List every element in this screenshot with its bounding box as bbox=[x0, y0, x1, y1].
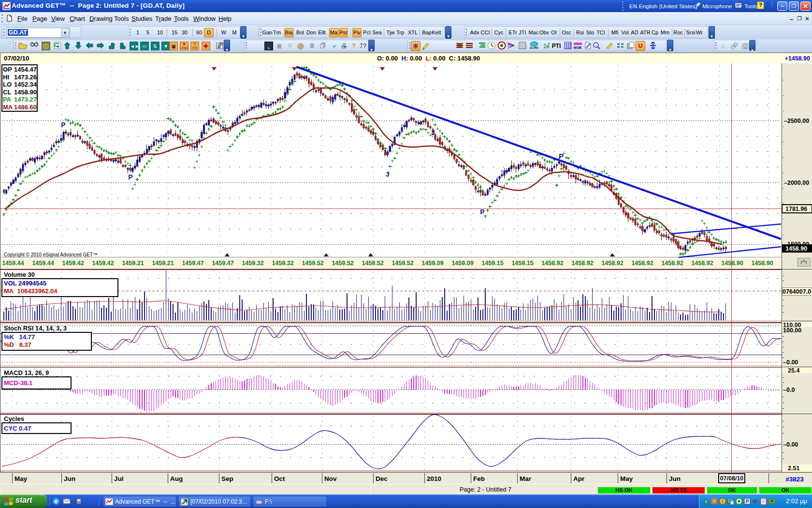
svg-text:MCD-38.1: MCD-38.1 bbox=[4, 379, 32, 387]
svg-text:1459.32: 1459.32 bbox=[272, 260, 293, 267]
svg-text:–0.00: –0.00 bbox=[783, 359, 798, 366]
svg-text:1459.52: 1459.52 bbox=[362, 260, 383, 267]
svg-text:–0.0: –0.0 bbox=[783, 387, 795, 393]
svg-text:1454.47: 1454.47 bbox=[14, 66, 37, 73]
svg-text:May: May bbox=[620, 475, 633, 482]
svg-text:+1458.90: +1458.90 bbox=[785, 55, 811, 62]
svg-text:1459.47: 1459.47 bbox=[182, 260, 203, 267]
svg-text:1458.92: 1458.92 bbox=[691, 260, 713, 267]
svg-text:1459.32: 1459.32 bbox=[242, 260, 263, 267]
svg-text:Apr: Apr bbox=[573, 475, 585, 482]
svg-text:Oct: Oct bbox=[274, 475, 285, 482]
svg-text:MACD 13, 26, 9: MACD 13, 26, 9 bbox=[4, 369, 49, 376]
svg-text:1459.44: 1459.44 bbox=[32, 260, 54, 267]
svg-text:Stoch RSI 14, 14, 3, 3: Stoch RSI 14, 14, 3, 3 bbox=[4, 325, 67, 332]
svg-text:1459.52: 1459.52 bbox=[392, 260, 413, 267]
svg-text:Sep: Sep bbox=[221, 475, 233, 482]
svg-text:25.4: 25.4 bbox=[788, 367, 799, 374]
svg-text:–2500.00: –2500.00 bbox=[784, 118, 809, 124]
svg-text:CYC 0.47: CYC 0.47 bbox=[4, 425, 31, 432]
svg-text:1458.92: 1458.92 bbox=[571, 260, 593, 267]
svg-text:%D 8.37: %D 8.37 bbox=[4, 341, 31, 348]
svg-text:1458.92: 1458.92 bbox=[661, 260, 683, 267]
svg-text:P: P bbox=[61, 121, 65, 129]
svg-text:May: May bbox=[14, 475, 28, 482]
svg-text:MA: MA bbox=[3, 104, 13, 111]
svg-text:PA: PA bbox=[3, 96, 12, 103]
svg-text:1458.92: 1458.92 bbox=[601, 260, 623, 267]
svg-text:1459.15: 1459.15 bbox=[511, 260, 533, 267]
svg-text:J: J bbox=[386, 170, 390, 178]
svg-text:1459.44: 1459.44 bbox=[2, 260, 24, 267]
svg-text:1459.21: 1459.21 bbox=[152, 260, 174, 267]
svg-text:1452.34: 1452.34 bbox=[14, 81, 37, 88]
svg-text:1458.90: 1458.90 bbox=[14, 89, 37, 96]
svg-text:%K 14.77: %K 14.77 bbox=[4, 333, 35, 341]
svg-text:1459.09: 1459.09 bbox=[451, 260, 473, 267]
svg-text:Feb: Feb bbox=[473, 475, 485, 482]
svg-text:–0.00: –0.00 bbox=[783, 441, 798, 448]
svg-text:1459.09: 1459.09 bbox=[421, 260, 443, 267]
svg-text:e: e bbox=[55, 498, 58, 505]
svg-text:07/02/10: 07/02/10 bbox=[4, 55, 29, 62]
svg-text:1459.52: 1459.52 bbox=[332, 260, 353, 267]
svg-text:Cycles: Cycles bbox=[4, 415, 24, 422]
svg-text:Aug: Aug bbox=[170, 475, 183, 482]
svg-text:–2000.00: –2000.00 bbox=[784, 179, 809, 186]
svg-text:Volume 30: Volume 30 bbox=[4, 271, 35, 278]
svg-text:07/08/10: 07/08/10 bbox=[720, 475, 744, 482]
svg-text:P: P bbox=[746, 499, 749, 504]
svg-text:1458.92: 1458.92 bbox=[631, 260, 653, 267]
svg-text:ELIPS: ELIPS bbox=[530, 46, 538, 49]
svg-text:1486.60: 1486.60 bbox=[14, 104, 37, 111]
svg-text:VOL 24994545: VOL 24994545 bbox=[4, 280, 46, 287]
svg-text:1459.15: 1459.15 bbox=[481, 260, 503, 267]
svg-text:1458.90: 1458.90 bbox=[751, 260, 773, 267]
svg-text:#3823: #3823 bbox=[785, 476, 804, 483]
svg-text:OP: OP bbox=[3, 66, 12, 73]
svg-text:P: P bbox=[128, 173, 132, 181]
svg-text:MOB: MOB bbox=[574, 46, 581, 49]
svg-text:CL: CL bbox=[3, 89, 11, 96]
svg-text:1459.47: 1459.47 bbox=[212, 260, 233, 267]
svg-text:!: ! bbox=[722, 499, 724, 504]
svg-text:MA 106433962.04: MA 106433962.04 bbox=[4, 287, 58, 295]
svg-text:100.00: 100.00 bbox=[783, 327, 801, 334]
svg-text:1459.52: 1459.52 bbox=[302, 260, 323, 267]
svg-text:Copyright © 2010 eSignal Advan: Copyright © 2010 eSignal Advanced GET™ bbox=[4, 252, 98, 257]
svg-text:0764007.0: 0764007.0 bbox=[783, 288, 811, 295]
svg-text:P: P bbox=[559, 152, 563, 160]
svg-text:Nov: Nov bbox=[324, 475, 337, 482]
svg-text:1473.26: 1473.26 bbox=[14, 74, 37, 81]
svg-text:Mar: Mar bbox=[520, 475, 532, 482]
svg-text:1458.92: 1458.92 bbox=[541, 260, 563, 267]
svg-text:2010: 2010 bbox=[427, 475, 441, 482]
svg-text:HI: HI bbox=[3, 74, 9, 81]
svg-text:1459.42: 1459.42 bbox=[92, 260, 114, 267]
svg-text:Jul: Jul bbox=[114, 475, 124, 482]
svg-text:Jun: Jun bbox=[64, 475, 75, 482]
svg-text:Jun: Jun bbox=[669, 475, 681, 482]
svg-text:1473.27: 1473.27 bbox=[14, 96, 37, 103]
svg-text:1459.42: 1459.42 bbox=[62, 260, 84, 267]
svg-text:1458.90: 1458.90 bbox=[721, 260, 743, 267]
svg-text:J: J bbox=[431, 129, 435, 136]
svg-text:P: P bbox=[480, 208, 484, 216]
svg-text:O: 0.00 H: 0.00 L: 0.00 C:: O: 0.00 H: 0.00 L: 0.00 C: 1458.90 bbox=[377, 55, 480, 62]
svg-text:2.51: 2.51 bbox=[788, 465, 799, 472]
svg-text:LO: LO bbox=[3, 81, 12, 88]
svg-text:Dec: Dec bbox=[376, 475, 388, 482]
svg-text:1781.96: 1781.96 bbox=[785, 206, 807, 212]
svg-text:1459.21: 1459.21 bbox=[122, 260, 144, 267]
svg-text:1458.90: 1458.90 bbox=[785, 245, 807, 252]
